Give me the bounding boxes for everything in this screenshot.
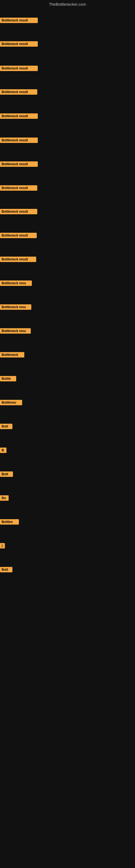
result-row-10: Bottleneck result bbox=[0, 233, 37, 239]
bottleneck-badge-24[interactable]: Bott bbox=[0, 567, 12, 572]
bottleneck-badge-17[interactable]: Bottlenec bbox=[0, 400, 22, 405]
bottleneck-badge-12[interactable]: Bottleneck resu bbox=[0, 280, 32, 286]
result-row-21: Bo bbox=[0, 495, 9, 502]
bottleneck-badge-18[interactable]: Bott bbox=[0, 424, 12, 429]
result-row-18: Bott bbox=[0, 424, 12, 430]
bottleneck-badge-6[interactable]: Bottleneck result bbox=[0, 137, 38, 143]
result-row-23: | bbox=[0, 543, 5, 550]
bottleneck-badge-19[interactable]: B bbox=[0, 447, 6, 453]
result-row-22: Bottlen bbox=[0, 519, 19, 526]
bottleneck-badge-20[interactable]: Bott bbox=[0, 471, 13, 477]
result-row-7: Bottleneck result bbox=[0, 161, 38, 168]
result-row-9: Bottleneck result bbox=[0, 209, 37, 215]
result-row-20: Bott bbox=[0, 471, 13, 478]
result-row-1: Bottleneck result bbox=[0, 18, 38, 24]
result-row-19: B bbox=[0, 447, 6, 454]
result-row-11: Bottleneck result bbox=[0, 257, 36, 263]
result-row-17: Bottlenec bbox=[0, 400, 22, 406]
result-row-13: Bottleneck resu bbox=[0, 304, 31, 311]
result-row-6: Bottleneck result bbox=[0, 137, 38, 144]
result-row-16: Bottle bbox=[0, 376, 16, 382]
bottleneck-badge-15[interactable]: Bottleneck bbox=[0, 352, 24, 358]
bottleneck-badge-10[interactable]: Bottleneck result bbox=[0, 233, 37, 238]
bottleneck-badge-21[interactable]: Bo bbox=[0, 495, 9, 501]
result-row-24: Bott bbox=[0, 567, 12, 574]
bottleneck-badge-3[interactable]: Bottleneck result bbox=[0, 66, 38, 71]
bottleneck-badge-2[interactable]: Bottleneck result bbox=[0, 41, 38, 46]
bottleneck-badge-11[interactable]: Bottleneck result bbox=[0, 257, 36, 262]
result-row-8: Bottleneck result bbox=[0, 185, 37, 192]
bottleneck-badge-5[interactable]: Bottleneck result bbox=[0, 113, 38, 119]
site-title: TheBottlenecker.com bbox=[0, 0, 135, 8]
bottleneck-badge-14[interactable]: Bottleneck resu bbox=[0, 328, 31, 334]
bottleneck-badge-1[interactable]: Bottleneck result bbox=[0, 18, 38, 23]
bottleneck-badge-8[interactable]: Bottleneck result bbox=[0, 185, 37, 191]
result-row-14: Bottleneck resu bbox=[0, 328, 31, 335]
bottleneck-badge-4[interactable]: Bottleneck result bbox=[0, 89, 37, 95]
result-row-3: Bottleneck result bbox=[0, 66, 38, 72]
result-row-12: Bottleneck resu bbox=[0, 280, 32, 287]
result-row-4: Bottleneck result bbox=[0, 89, 37, 96]
bottleneck-badge-9[interactable]: Bottleneck result bbox=[0, 209, 37, 214]
result-row-15: Bottleneck bbox=[0, 352, 24, 359]
result-row-5: Bottleneck result bbox=[0, 113, 38, 120]
bottleneck-badge-22[interactable]: Bottlen bbox=[0, 519, 19, 525]
bottleneck-badge-23[interactable]: | bbox=[0, 543, 5, 549]
bottleneck-badge-16[interactable]: Bottle bbox=[0, 376, 16, 381]
bottleneck-badge-7[interactable]: Bottleneck result bbox=[0, 161, 38, 167]
result-row-2: Bottleneck result bbox=[0, 41, 38, 48]
bottleneck-badge-13[interactable]: Bottleneck resu bbox=[0, 304, 31, 310]
